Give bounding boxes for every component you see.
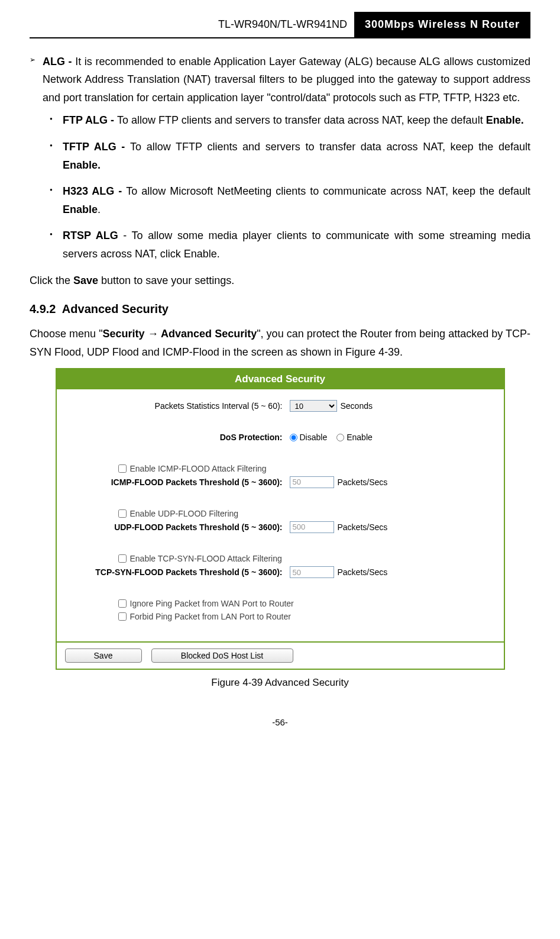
header-product: 300Mbps Wireless N Router: [354, 12, 530, 37]
tftp-alg-item: TFTP ALG - To allow TFTP clients and ser…: [63, 138, 530, 174]
h323-alg-item: H323 ALG - To allow Microsoft NetMeeting…: [63, 182, 530, 218]
alg-body: It is recommended to enable Application …: [43, 56, 530, 104]
alg-item: ALG - It is recommended to enable Applic…: [43, 53, 530, 263]
tcp-checkbox[interactable]: [118, 554, 127, 563]
section-heading: 4.9.2 Advanced Security: [30, 299, 530, 319]
header-model: TL-WR940N/TL-WR941ND: [30, 12, 354, 37]
icmp-threshold-label: ICMP-FLOOD Packets Threshold (5 ~ 3600):: [65, 477, 290, 488]
figure-caption: Figure 4-39 Advanced Security: [30, 675, 530, 692]
udp-check-label: Enable UDP-FLOOD Filtering: [130, 508, 239, 519]
stats-interval-select[interactable]: 10: [290, 400, 337, 412]
stats-interval-label: Packets Statistics Interval (5 ~ 60):: [65, 401, 290, 411]
stats-interval-row: Packets Statistics Interval (5 ~ 60): 10…: [65, 400, 496, 412]
panel-footer: Save Blocked DoS Host List: [57, 641, 504, 669]
udp-checkbox[interactable]: [118, 509, 127, 518]
udp-check-row: Enable UDP-FLOOD Filtering: [65, 508, 496, 519]
ignore-wan-label: Ignore Ping Packet from WAN Port to Rout…: [130, 598, 294, 609]
advanced-security-panel: Advanced Security Packets Statistics Int…: [56, 368, 505, 669]
ignore-wan-checkbox[interactable]: [118, 599, 127, 608]
alg-sub-list: FTP ALG - To allow FTP clients and serve…: [43, 111, 530, 263]
forbid-lan-label: Forbid Ping Packet from LAN Port to Rout…: [130, 611, 291, 622]
icmp-check-label: Enable ICMP-FLOOD Attack Filtering: [130, 463, 267, 474]
forbid-lan-row: Forbid Ping Packet from LAN Port to Rout…: [65, 611, 496, 622]
figure-wrap: Advanced Security Packets Statistics Int…: [30, 368, 530, 691]
rtsp-alg-item: RTSP ALG - To allow some media player cl…: [63, 227, 530, 263]
icmp-unit: Packets/Secs: [338, 477, 388, 488]
udp-unit: Packets/Secs: [338, 522, 388, 533]
udp-threshold-input[interactable]: [290, 521, 334, 533]
tcp-threshold-label: TCP-SYN-FLOOD Packets Threshold (5 ~ 360…: [65, 567, 290, 577]
dos-protection-row: DoS Protection: Disable Enable: [65, 432, 496, 443]
dos-enable-radio[interactable]: [336, 434, 344, 441]
ftp-alg-item: FTP ALG - To allow FTP clients and serve…: [63, 111, 530, 130]
tcp-unit: Packets/Secs: [338, 567, 388, 577]
page-number: -56-: [30, 715, 530, 730]
forbid-lan-checkbox[interactable]: [118, 612, 127, 621]
dos-disable-radio[interactable]: [290, 434, 297, 441]
panel-title: Advanced Security: [57, 369, 504, 389]
alg-title: ALG -: [43, 56, 75, 67]
dos-protection-label: DoS Protection:: [65, 432, 290, 443]
stats-unit: Seconds: [341, 401, 373, 411]
page-header: TL-WR940N/TL-WR941ND 300Mbps Wireless N …: [30, 12, 530, 38]
dos-disable-option[interactable]: Disable: [290, 432, 328, 443]
alg-list: ALG - It is recommended to enable Applic…: [30, 53, 530, 263]
icmp-threshold-input[interactable]: [290, 476, 334, 488]
save-button[interactable]: Save: [65, 648, 142, 663]
tcp-threshold-row: TCP-SYN-FLOOD Packets Threshold (5 ~ 360…: [65, 566, 496, 578]
icmp-threshold-row: ICMP-FLOOD Packets Threshold (5 ~ 3600):…: [65, 476, 496, 488]
tcp-check-label: Enable TCP-SYN-FLOOD Attack Filtering: [130, 553, 282, 564]
section-intro: Choose menu "Security → Advanced Securit…: [30, 325, 530, 361]
ignore-wan-row: Ignore Ping Packet from WAN Port to Rout…: [65, 598, 496, 609]
udp-threshold-row: UDP-FLOOD Packets Threshold (5 ~ 3600): …: [65, 521, 496, 533]
tcp-threshold-input[interactable]: [290, 566, 334, 578]
save-instruction: Click the Save button to save your setti…: [30, 272, 530, 290]
icmp-check-row: Enable ICMP-FLOOD Attack Filtering: [65, 463, 496, 474]
udp-threshold-label: UDP-FLOOD Packets Threshold (5 ~ 3600):: [65, 522, 290, 533]
panel-body: Packets Statistics Interval (5 ~ 60): 10…: [57, 389, 504, 641]
dos-enable-option[interactable]: Enable: [336, 432, 373, 443]
tcp-check-row: Enable TCP-SYN-FLOOD Attack Filtering: [65, 553, 496, 564]
blocked-dos-host-button[interactable]: Blocked DoS Host List: [151, 648, 293, 663]
icmp-checkbox[interactable]: [118, 464, 127, 473]
